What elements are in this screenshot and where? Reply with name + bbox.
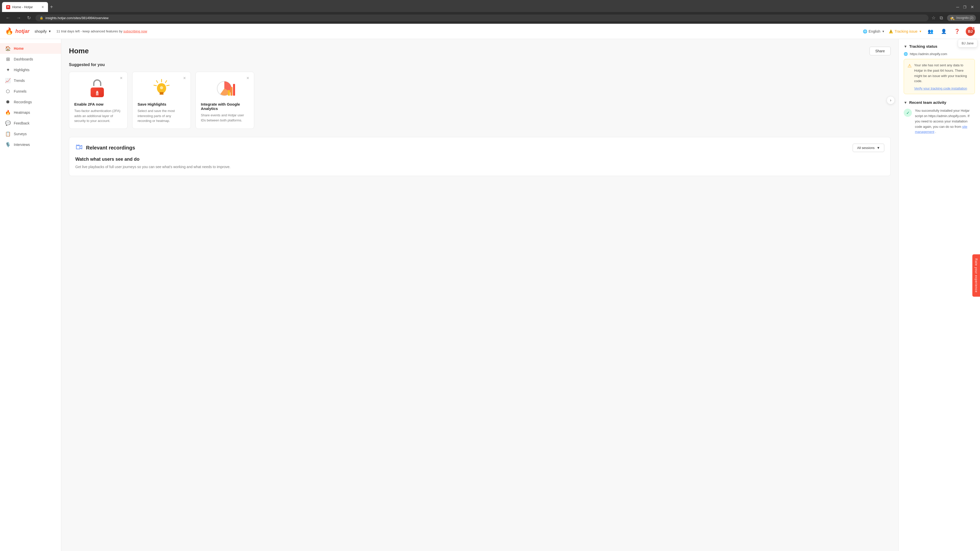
dropdown-icon: ▼	[48, 30, 51, 33]
card-analytics-icon-area	[201, 78, 249, 98]
activity-text: You successfully installed your Hotjar s…	[915, 108, 975, 135]
sidebar-label-surveys: Surveys	[14, 132, 27, 136]
sidebar-item-surveys[interactable]: 📋 Surveys	[0, 129, 61, 139]
sidebar-item-interviews[interactable]: 🎙️ Interviews	[0, 139, 61, 150]
address-bar[interactable]: 🔒 insights.hotjar.com/sites/3814994/over…	[35, 14, 928, 21]
subscribe-link[interactable]: subscribing now	[123, 29, 147, 33]
svg-rect-12	[233, 84, 235, 96]
warning-box-content: ⚠ Your site has not sent any data to Hot…	[907, 63, 971, 90]
svg-rect-11	[231, 87, 232, 96]
lightbulb-svg	[153, 78, 170, 98]
sidebar: 🏠 Home ⊞ Dashboards ✦ Highlights 📈 Trend…	[0, 39, 61, 551]
card-highlights-close[interactable]: ×	[181, 75, 188, 81]
recordings-title-row: Relevant recordings	[75, 143, 135, 152]
svg-point-8	[160, 86, 163, 89]
invite-button[interactable]: 👤	[939, 27, 948, 36]
tab-title: Home - Hotjar	[12, 5, 33, 9]
recordings-icon: ⏺	[5, 99, 11, 105]
recent-activity-section: ▼ Recent team activity ✓ You successfull…	[904, 100, 975, 135]
svg-line-4	[154, 85, 156, 86]
sidebar-item-feedback[interactable]: 💬 Feedback	[0, 118, 61, 129]
trial-banner: 11 trial days left - keep advanced featu…	[56, 29, 863, 33]
tracking-issue-button[interactable]: ⚠️ Tracking issue ▼	[889, 29, 922, 33]
svg-line-3	[156, 81, 158, 83]
warning-triangle-icon: ⚠️	[889, 29, 893, 33]
rate-experience-button[interactable]: Rate your experience	[972, 254, 980, 297]
browser-tab[interactable]: H Home - Hotjar ×	[2, 2, 48, 12]
split-view-icon[interactable]: ⧉	[940, 15, 943, 21]
help-button[interactable]: ❓	[953, 27, 962, 36]
cards-next-button[interactable]: ›	[886, 96, 895, 104]
forward-button[interactable]: →	[15, 14, 22, 22]
verify-link[interactable]: Verify your tracking code installation	[914, 86, 971, 90]
back-button[interactable]: ←	[4, 14, 12, 22]
card-2fa-close[interactable]: ×	[118, 75, 124, 81]
sidebar-item-home[interactable]: 🏠 Home	[0, 43, 61, 54]
suggested-section-title: Suggested for you	[69, 62, 891, 67]
sidebar-item-highlights[interactable]: ✦ Highlights	[0, 65, 61, 75]
tab-close-button[interactable]: ×	[41, 5, 44, 10]
sidebar-label-trends: Trends	[14, 79, 25, 83]
sidebar-item-dashboards[interactable]: ⊞ Dashboards	[0, 54, 61, 65]
card-2fa-desc: Two-factor authentication (2FA) adds an …	[74, 108, 122, 124]
sessions-dropdown-arrow-icon: ▼	[877, 146, 880, 150]
sidebar-item-recordings[interactable]: ⏺ Recordings	[0, 97, 61, 107]
recent-activity-collapse-icon[interactable]: ▼	[904, 100, 907, 105]
maximize-button[interactable]: ❐	[963, 5, 966, 9]
sidebar-label-home: Home	[14, 46, 24, 51]
add-teammates-button[interactable]: 👥	[926, 27, 935, 36]
sidebar-item-heatmaps[interactable]: 🔥 Heatmaps	[0, 107, 61, 118]
close-button[interactable]: ✕	[970, 5, 974, 10]
language-selector[interactable]: 🌐 English ▼	[863, 29, 885, 33]
globe-icon: 🌐	[863, 29, 867, 33]
card-analytics-close[interactable]: ×	[245, 75, 251, 81]
surveys-icon: 📋	[5, 131, 11, 137]
minimize-button[interactable]: ─	[956, 5, 959, 10]
recordings-header: Relevant recordings All sessions ▼	[75, 143, 884, 152]
activity-success-icon: ✓	[904, 109, 912, 117]
bookmark-icon[interactable]: ☆	[932, 15, 935, 21]
tracking-status-collapse-icon[interactable]: ▼	[904, 44, 907, 48]
card-analytics-desc: Share events and Hotjar user IDs between…	[201, 113, 249, 123]
svg-rect-6	[159, 92, 164, 94]
suggestion-cards-row: × Enable 2FA now Two-factor authenticati…	[69, 72, 891, 129]
app-header: 🔥 hotjar shopify ▼ 11 trial days left - …	[0, 24, 980, 39]
tracking-issue-dropdown-icon: ▼	[919, 30, 922, 33]
card-analytics[interactable]: ×	[196, 72, 254, 129]
right-panel: ▼ Tracking status 🌐 https://admin.shopif…	[898, 39, 980, 551]
tracking-status-section: ▼ Tracking status 🌐 https://admin.shopif…	[904, 44, 975, 94]
card-analytics-title: Integrate with Google Analytics	[201, 102, 249, 111]
page-title: Home	[69, 47, 89, 55]
recent-activity-header: ▼ Recent team activity	[904, 100, 975, 105]
card-highlights-title: Save Highlights	[138, 102, 186, 106]
tracking-warning-box: ⚠ Your site has not sent any data to Hot…	[904, 59, 975, 94]
new-tab-button[interactable]: +	[48, 2, 55, 12]
warning-box-icon: ⚠	[907, 63, 912, 68]
sidebar-label-heatmaps: Heatmaps	[14, 110, 30, 114]
sidebar-item-trends[interactable]: 📈 Trends	[0, 75, 61, 86]
card-2fa-icon-area	[74, 78, 122, 98]
question-icon: ❓	[954, 29, 960, 34]
home-icon: 🏠	[5, 46, 11, 51]
app-body: 🏠 Home ⊞ Dashboards ✦ Highlights 📈 Trend…	[0, 39, 980, 551]
share-button[interactable]: Share	[870, 47, 891, 56]
card-highlights-desc: Select and save the most interesting par…	[138, 108, 186, 124]
user-avatar[interactable]: BJ	[966, 27, 975, 36]
site-selector[interactable]: shopify ▼	[35, 29, 51, 33]
user-tooltip: BJ Jane	[958, 39, 977, 48]
sessions-dropdown-button[interactable]: All sessions ▼	[853, 144, 884, 152]
header-right: 🌐 English ▼ ⚠️ Tracking issue ▼ 👥 👤 ❓ BJ	[863, 27, 975, 36]
card-2fa[interactable]: × Enable 2FA now Two-factor authenticati…	[69, 72, 127, 129]
recordings-description: Get live playbacks of full user journeys…	[75, 164, 884, 170]
lang-dropdown-icon: ▼	[882, 30, 885, 33]
recent-activity-title: Recent team activity	[909, 100, 946, 105]
sidebar-label-dashboards: Dashboards	[14, 57, 33, 61]
card-highlights[interactable]: ×	[132, 72, 191, 129]
sidebar-label-interviews: Interviews	[14, 143, 30, 147]
sidebar-item-funnels[interactable]: ⬡ Funnels	[0, 86, 61, 97]
tab-favicon: H	[6, 5, 10, 9]
url-text: insights.hotjar.com/sites/3814994/overvi…	[45, 16, 108, 20]
recordings-subtitle: Watch what users see and do	[75, 157, 884, 162]
activity-item: ✓ You successfully installed your Hotjar…	[904, 108, 975, 135]
reload-button[interactable]: ↻	[25, 14, 32, 22]
